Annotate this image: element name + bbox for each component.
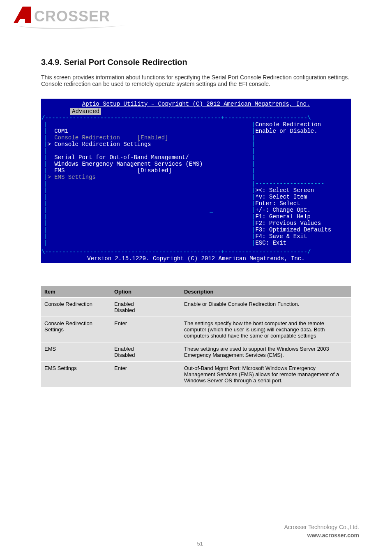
bios-left-line: | EMS [Disabled] xyxy=(44,167,252,174)
table-row: EMSEnabledDisabledThese settings are use… xyxy=(41,342,351,362)
cell-description: The settings specify how the host comput… xyxy=(181,317,351,342)
page-footer: Acrosser Technology Co.,Ltd. www.acrosse… xyxy=(284,524,359,539)
bios-help-line: |F3: Optimized Defaults xyxy=(252,227,350,233)
bios-right-line: | xyxy=(252,167,350,174)
settings-table: Item Option Description Console Redirect… xyxy=(41,286,351,387)
bios-title: Aptio Setup Utility – Copyright (C) 2012… xyxy=(42,99,350,107)
bios-left-line: | _ xyxy=(44,207,252,213)
settings-table-container: Item Option Description Console Redirect… xyxy=(41,286,351,387)
footer-company: Acrosser Technology Co.,Ltd. xyxy=(284,524,359,530)
cell-item: EMS xyxy=(41,342,111,362)
bios-help-line: |F4: Save & Exit xyxy=(252,233,350,240)
cell-description: These settings are used to support the W… xyxy=(181,342,351,362)
svg-text:CROSSER: CROSSER xyxy=(34,8,110,25)
bios-body: || COM1| Console Redirection [Enabled]|>… xyxy=(42,121,350,249)
col-header-description: Description xyxy=(181,286,351,298)
bios-left-line: | Windows Emergency Management Services … xyxy=(44,161,252,167)
cell-option: Enter xyxy=(111,362,181,387)
col-header-option: Option xyxy=(111,286,181,298)
bios-left-line: | Console Redirection [Enabled] xyxy=(44,134,252,141)
cell-item: Console Redirection Settings xyxy=(41,317,111,342)
bios-right-line: | xyxy=(252,161,350,167)
section-heading: 3.4.9. Serial Port Console Redirection xyxy=(41,58,187,67)
bios-help-line: |^v: Select Item xyxy=(252,194,350,200)
table-header-row: Item Option Description xyxy=(41,286,351,298)
cell-description: Enable or Disable Console Redirection Fu… xyxy=(181,298,351,317)
bios-right-divider: |-------------------- xyxy=(252,180,350,187)
cell-option: EnabledDisabled xyxy=(111,298,181,317)
bios-left-line: | xyxy=(44,240,252,246)
bios-right-line: | xyxy=(252,148,350,154)
bios-setup-screenshot: Aptio Setup Utility – Copyright (C) 2012… xyxy=(41,99,351,263)
bios-help-line: |><: Select Screen xyxy=(252,187,350,194)
bios-help-line: |ESC: Exit xyxy=(252,240,350,246)
bios-right-line: |Console Redirection xyxy=(252,121,350,128)
bios-right-line: | xyxy=(252,174,350,180)
cell-option: Enter xyxy=(111,317,181,342)
bios-help-line: |F2: Previous Values xyxy=(252,220,350,227)
cell-description: Out-of-Band Mgmt Port: Microsoft Windows… xyxy=(181,362,351,387)
bios-tab-row: Advanced xyxy=(42,108,350,115)
bios-left-line: | xyxy=(44,227,252,233)
bios-help-line: |F1: General Help xyxy=(252,213,350,220)
acrosser-logo-icon: CROSSER xyxy=(10,4,129,33)
page-number: 51 xyxy=(197,541,203,547)
section-description: This screen provides information about f… xyxy=(41,74,351,87)
bios-footer: Version 2.15.1229. Copyright (C) 2012 Am… xyxy=(42,255,350,262)
bios-left-line: | Serial Port for Out-of-Band Management… xyxy=(44,154,252,161)
bios-bottom-border: \---------------------------------------… xyxy=(42,249,350,255)
bios-left-line: | xyxy=(44,187,252,194)
bios-help-line: |Enter: Select xyxy=(252,200,350,207)
table-body: Console RedirectionEnabledDisabledEnable… xyxy=(41,298,351,387)
footer-website: www.acrosser.com xyxy=(284,532,359,539)
bios-tab-advanced: Advanced xyxy=(70,108,101,115)
table-row: Console RedirectionEnabledDisabledEnable… xyxy=(41,298,351,317)
bios-left-line: | xyxy=(44,233,252,240)
bios-top-border: /---------------------------------------… xyxy=(42,115,350,121)
bios-help-line: |+/-: Change Opt. xyxy=(252,207,350,213)
col-header-item: Item xyxy=(41,286,111,298)
bios-left-line: | xyxy=(44,148,252,154)
cell-option: EnabledDisabled xyxy=(111,342,181,362)
bios-left-line: | xyxy=(44,200,252,207)
cell-item: Console Redirection xyxy=(41,298,111,317)
bios-left-line: |> Console Redirection Settings xyxy=(44,141,252,148)
bios-left-line: | xyxy=(44,194,252,200)
cell-item: EMS Settings xyxy=(41,362,111,387)
bios-right-panel: |Console Redirection|Enable or Disable.|… xyxy=(252,121,350,249)
bios-right-line: | xyxy=(252,134,350,141)
bios-left-line: | xyxy=(44,220,252,227)
bios-left-line: | xyxy=(44,180,252,187)
bios-right-line: | xyxy=(252,141,350,148)
brand-logo: CROSSER xyxy=(10,4,129,33)
bios-left-line: | COM1 xyxy=(44,128,252,134)
bios-right-line: | xyxy=(252,154,350,161)
bios-left-line: | xyxy=(44,213,252,220)
bios-right-line: |Enable or Disable. xyxy=(252,128,350,134)
bios-left-panel: || COM1| Console Redirection [Enabled]|>… xyxy=(42,121,252,249)
bios-left-line: |> EMS Settings xyxy=(44,174,252,180)
table-row: EMS SettingsEnterOut-of-Band Mgmt Port: … xyxy=(41,362,351,387)
table-row: Console Redirection SettingsEnterThe set… xyxy=(41,317,351,342)
bios-left-line: | xyxy=(44,121,252,128)
